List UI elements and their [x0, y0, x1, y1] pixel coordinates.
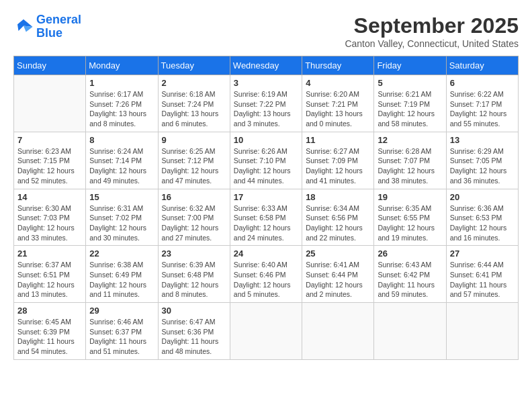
- calendar-header: SundayMondayTuesdayWednesdayThursdayFrid…: [14, 56, 519, 75]
- day-info: Sunrise: 6:44 AMSunset: 6:41 PMDaylight:…: [450, 260, 515, 300]
- calendar-week-1: 1Sunrise: 6:17 AMSunset: 7:26 PMDaylight…: [14, 75, 519, 132]
- day-info: Sunrise: 6:33 AMSunset: 6:58 PMDaylight:…: [234, 203, 298, 243]
- day-number: 14: [17, 192, 82, 202]
- header-day-friday: Friday: [374, 56, 446, 75]
- calendar-cell: 10Sunrise: 6:26 AMSunset: 7:10 PMDayligh…: [230, 132, 302, 189]
- day-number: 25: [306, 248, 370, 259]
- day-info: Sunrise: 6:29 AMSunset: 7:05 PMDaylight:…: [450, 146, 515, 186]
- header-row: SundayMondayTuesdayWednesdayThursdayFrid…: [14, 56, 519, 75]
- day-number: 17: [234, 192, 298, 202]
- calendar-cell: 25Sunrise: 6:41 AMSunset: 6:44 PMDayligh…: [302, 246, 374, 303]
- day-number: 15: [89, 192, 154, 202]
- calendar-week-5: 28Sunrise: 6:45 AMSunset: 6:39 PMDayligh…: [14, 303, 519, 360]
- day-number: 6: [450, 78, 515, 88]
- day-info: Sunrise: 6:37 AMSunset: 6:51 PMDaylight:…: [17, 260, 82, 300]
- day-number: 4: [306, 78, 370, 88]
- calendar-cell: 7Sunrise: 6:23 AMSunset: 7:15 PMDaylight…: [14, 132, 86, 189]
- day-number: 2: [162, 78, 226, 88]
- calendar-body: 1Sunrise: 6:17 AMSunset: 7:26 PMDaylight…: [14, 75, 519, 360]
- day-info: Sunrise: 6:25 AMSunset: 7:12 PMDaylight:…: [162, 146, 226, 186]
- day-info: Sunrise: 6:26 AMSunset: 7:10 PMDaylight:…: [234, 146, 298, 186]
- header-day-tuesday: Tuesday: [158, 56, 230, 75]
- day-info: Sunrise: 6:34 AMSunset: 6:56 PMDaylight:…: [306, 203, 370, 243]
- day-number: 23: [162, 248, 226, 259]
- calendar-cell: 1Sunrise: 6:17 AMSunset: 7:26 PMDaylight…: [86, 75, 158, 132]
- calendar-cell: 21Sunrise: 6:37 AMSunset: 6:51 PMDayligh…: [14, 246, 86, 303]
- day-number: 19: [378, 192, 442, 202]
- day-number: 27: [450, 248, 515, 259]
- header-day-saturday: Saturday: [446, 56, 518, 75]
- day-info: Sunrise: 6:40 AMSunset: 6:46 PMDaylight:…: [234, 260, 298, 300]
- calendar-cell: 16Sunrise: 6:32 AMSunset: 7:00 PMDayligh…: [158, 189, 230, 246]
- day-number: 13: [450, 135, 515, 145]
- calendar-cell: 13Sunrise: 6:29 AMSunset: 7:05 PMDayligh…: [446, 132, 518, 189]
- calendar-cell: 22Sunrise: 6:38 AMSunset: 6:49 PMDayligh…: [86, 246, 158, 303]
- day-number: 18: [306, 192, 370, 202]
- calendar-cell: [230, 303, 302, 360]
- calendar-cell: 9Sunrise: 6:25 AMSunset: 7:12 PMDaylight…: [158, 132, 230, 189]
- day-number: 26: [378, 248, 442, 259]
- page-header: General Blue September 2025 Canton Valle…: [13, 13, 519, 49]
- day-info: Sunrise: 6:19 AMSunset: 7:22 PMDaylight:…: [234, 89, 298, 129]
- calendar-cell: [302, 303, 374, 360]
- day-number: 29: [89, 306, 154, 316]
- day-number: 28: [17, 306, 82, 316]
- logo-text: General Blue: [36, 13, 81, 40]
- day-info: Sunrise: 6:36 AMSunset: 6:53 PMDaylight:…: [450, 203, 515, 243]
- title-block: September 2025 Canton Valley, Connecticu…: [345, 13, 519, 49]
- logo-icon: [13, 17, 34, 37]
- calendar-cell: 29Sunrise: 6:46 AMSunset: 6:37 PMDayligh…: [86, 303, 158, 360]
- day-info: Sunrise: 6:43 AMSunset: 6:42 PMDaylight:…: [378, 260, 442, 300]
- calendar-week-2: 7Sunrise: 6:23 AMSunset: 7:15 PMDaylight…: [14, 132, 519, 189]
- calendar-cell: 18Sunrise: 6:34 AMSunset: 6:56 PMDayligh…: [302, 189, 374, 246]
- calendar-cell: 12Sunrise: 6:28 AMSunset: 7:07 PMDayligh…: [374, 132, 446, 189]
- day-info: Sunrise: 6:45 AMSunset: 6:39 PMDaylight:…: [17, 317, 82, 357]
- day-number: 1: [89, 78, 154, 88]
- day-number: 16: [162, 192, 226, 202]
- calendar-cell: 14Sunrise: 6:30 AMSunset: 7:03 PMDayligh…: [14, 189, 86, 246]
- calendar-cell: 19Sunrise: 6:35 AMSunset: 6:55 PMDayligh…: [374, 189, 446, 246]
- day-number: 20: [450, 192, 515, 202]
- day-number: 7: [17, 135, 82, 145]
- day-number: 12: [378, 135, 442, 145]
- day-number: 3: [234, 78, 298, 88]
- logo: General Blue: [13, 13, 81, 40]
- day-info: Sunrise: 6:38 AMSunset: 6:49 PMDaylight:…: [89, 260, 154, 300]
- day-number: 21: [17, 248, 82, 259]
- calendar-cell: [374, 303, 446, 360]
- day-info: Sunrise: 6:30 AMSunset: 7:03 PMDaylight:…: [17, 203, 82, 243]
- day-number: 11: [306, 135, 370, 145]
- day-info: Sunrise: 6:28 AMSunset: 7:07 PMDaylight:…: [378, 146, 442, 186]
- header-day-monday: Monday: [86, 56, 158, 75]
- calendar-cell: 3Sunrise: 6:19 AMSunset: 7:22 PMDaylight…: [230, 75, 302, 132]
- svg-marker-1: [24, 26, 33, 32]
- calendar-cell: 20Sunrise: 6:36 AMSunset: 6:53 PMDayligh…: [446, 189, 518, 246]
- day-info: Sunrise: 6:35 AMSunset: 6:55 PMDaylight:…: [378, 203, 442, 243]
- day-number: 22: [89, 248, 154, 259]
- month-title: September 2025: [345, 13, 519, 38]
- calendar-cell: 8Sunrise: 6:24 AMSunset: 7:14 PMDaylight…: [86, 132, 158, 189]
- day-info: Sunrise: 6:24 AMSunset: 7:14 PMDaylight:…: [89, 146, 154, 186]
- calendar-week-3: 14Sunrise: 6:30 AMSunset: 7:03 PMDayligh…: [14, 189, 519, 246]
- logo-line2: Blue: [36, 26, 62, 40]
- calendar-cell: 24Sunrise: 6:40 AMSunset: 6:46 PMDayligh…: [230, 246, 302, 303]
- calendar-cell: 6Sunrise: 6:22 AMSunset: 7:17 PMDaylight…: [446, 75, 518, 132]
- day-number: 10: [234, 135, 298, 145]
- calendar-cell: 30Sunrise: 6:47 AMSunset: 6:36 PMDayligh…: [158, 303, 230, 360]
- calendar-cell: 15Sunrise: 6:31 AMSunset: 7:02 PMDayligh…: [86, 189, 158, 246]
- day-number: 24: [234, 248, 298, 259]
- calendar-cell: 26Sunrise: 6:43 AMSunset: 6:42 PMDayligh…: [374, 246, 446, 303]
- calendar-cell: 11Sunrise: 6:27 AMSunset: 7:09 PMDayligh…: [302, 132, 374, 189]
- day-info: Sunrise: 6:18 AMSunset: 7:24 PMDaylight:…: [162, 89, 226, 129]
- calendar-cell: [446, 303, 518, 360]
- day-info: Sunrise: 6:47 AMSunset: 6:36 PMDaylight:…: [162, 317, 226, 357]
- calendar-cell: 23Sunrise: 6:39 AMSunset: 6:48 PMDayligh…: [158, 246, 230, 303]
- calendar-cell: 2Sunrise: 6:18 AMSunset: 7:24 PMDaylight…: [158, 75, 230, 132]
- day-info: Sunrise: 6:17 AMSunset: 7:26 PMDaylight:…: [89, 89, 154, 129]
- day-number: 30: [162, 306, 226, 316]
- calendar-cell: 4Sunrise: 6:20 AMSunset: 7:21 PMDaylight…: [302, 75, 374, 132]
- header-day-sunday: Sunday: [14, 56, 86, 75]
- calendar-cell: 27Sunrise: 6:44 AMSunset: 6:41 PMDayligh…: [446, 246, 518, 303]
- day-info: Sunrise: 6:21 AMSunset: 7:19 PMDaylight:…: [378, 89, 442, 129]
- day-info: Sunrise: 6:46 AMSunset: 6:37 PMDaylight:…: [89, 317, 154, 357]
